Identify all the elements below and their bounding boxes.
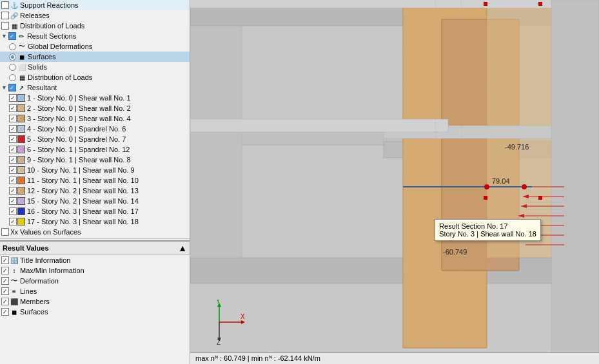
expand-result-sections[interactable]: ▼ — [1, 33, 7, 39]
checkbox-surfaces-rv[interactable] — [1, 308, 9, 316]
checkbox-rs13[interactable] — [9, 218, 17, 225]
checkbox-maxmin-info[interactable] — [1, 267, 9, 274]
swatch-rs13 — [17, 218, 25, 225]
radio-dist-loads-sub[interactable] — [9, 74, 16, 81]
label-rs2: 2 - Story No. 0 | Shear wall No. 2 — [27, 104, 131, 112]
tree-item-members[interactable]: ⬛ Members — [0, 296, 190, 307]
surf2-icon: ◼ — [10, 307, 19, 316]
tree-item-surfaces-rv[interactable]: ◼ Surfaces — [0, 307, 190, 317]
checkbox-rs12[interactable] — [9, 207, 17, 215]
radio-global-deformations[interactable] — [9, 43, 16, 50]
checkbox-rs9[interactable] — [9, 177, 17, 184]
tree-item-lines[interactable]: ≡ Lines — [0, 286, 190, 296]
tree-item-releases[interactable]: 🔗 Releases — [0, 10, 190, 21]
tree-item-rs4[interactable]: 4 - Story No. 0 | Spandrel No. 6 — [0, 124, 190, 134]
label-rs11: 15 - Story No. 2 | Shear wall No. 14 — [27, 197, 139, 205]
checkbox-rs2[interactable] — [9, 104, 17, 112]
checkbox-rs4[interactable] — [9, 125, 17, 133]
tree-item-rs6[interactable]: 6 - Story No. 1 | Spandrel No. 12 — [0, 144, 190, 155]
main-3d-view[interactable]: -49.716 79.04 -60.749 Result Section No.… — [190, 0, 599, 364]
maxmin-icon: ↕ — [10, 266, 19, 275]
label-dist-loads: Distribution of Loads — [20, 22, 84, 30]
checkbox-rs8[interactable] — [9, 166, 17, 174]
label-dist-loads-sub: Distribution of Loads — [28, 73, 92, 81]
checkbox-support-reactions[interactable] — [1, 1, 9, 9]
status-bar: max nᴺ : 60.749 | min nᴺ : -62.144 kN/m — [190, 352, 599, 364]
radio-solids[interactable] — [9, 64, 16, 71]
label-rs1: 1 - Story No. 0 | Shear wall No. 1 — [27, 94, 131, 102]
tree-item-dist-loads-sub[interactable]: ▦ Distribution of Loads — [0, 72, 190, 82]
svg-rect-42 — [538, 196, 542, 200]
checkbox-releases[interactable] — [1, 12, 9, 19]
checkbox-rs1[interactable] — [9, 94, 17, 102]
tree-item-rs13[interactable]: 17 - Story No. 3 | Shear wall No. 18 — [0, 216, 190, 227]
tree-item-rs1[interactable]: 1 - Story No. 0 | Shear wall No. 1 — [0, 93, 190, 103]
tree-item-rs10[interactable]: 12 - Story No. 2 | Shear wall No. 13 — [0, 186, 190, 196]
tree-item-dist-loads[interactable]: ▦ Distribution of Loads — [0, 21, 190, 31]
scene-svg: -49.716 79.04 -60.749 — [190, 0, 599, 364]
divider-1 — [0, 238, 190, 239]
checkbox-values-surfaces[interactable] — [1, 228, 9, 236]
svg-text:-49.716: -49.716 — [505, 143, 529, 151]
tree-item-deformation[interactable]: 〜 Deformation — [0, 276, 190, 286]
tree-item-global-deformations[interactable]: 〜 Global Deformations — [0, 41, 190, 52]
label-values-surfaces: Values on Surfaces — [20, 228, 81, 236]
result-panel: Result Values ▲ 🔠 Title Information ↕ Ma… — [0, 240, 190, 317]
left-panel: ⚓ Support Reactions 🔗 Releases ▦ Distrib… — [0, 0, 190, 364]
checkbox-title-info[interactable] — [1, 256, 9, 264]
tree-item-rs8[interactable]: 10 - Story No. 1 | Shear wall No. 9 — [0, 165, 190, 175]
checkbox-dist-loads[interactable] — [1, 22, 9, 30]
label-rs6: 6 - Story No. 1 | Spandrel No. 12 — [27, 146, 130, 153]
checkbox-members[interactable] — [1, 298, 9, 305]
swatch-rs12 — [17, 207, 25, 215]
radio-surfaces[interactable] — [9, 53, 16, 61]
surface-icon: ◼ — [17, 52, 26, 61]
tree-item-surfaces[interactable]: ◼ Surfaces — [0, 52, 190, 62]
swatch-rs10 — [17, 187, 25, 195]
expand-resultant[interactable]: ▼ — [1, 84, 7, 91]
tree-item-rs7[interactable]: 9 - Story No. 1 | Shear wall No. 8 — [0, 155, 190, 165]
checkbox-result-sections[interactable] — [8, 32, 16, 40]
label-rs8: 10 - Story No. 1 | Shear wall No. 9 — [27, 166, 135, 174]
tree-item-solids[interactable]: ⬜ Solids — [0, 62, 190, 72]
checkbox-lines[interactable] — [1, 287, 9, 295]
svg-text:79.04: 79.04 — [492, 177, 510, 185]
tree-item-values-surfaces[interactable]: Xx Values on Surfaces — [0, 227, 190, 237]
load2-icon: ▦ — [17, 73, 26, 82]
tree-item-title-info[interactable]: 🔠 Title Information — [0, 255, 190, 265]
tree-item-maxmin-info[interactable]: ↕ Max/Min Information — [0, 265, 190, 276]
swatch-rs6 — [17, 146, 25, 153]
tree-item-rs2[interactable]: 2 - Story No. 0 | Shear wall No. 2 — [0, 103, 190, 113]
label-resultant: Resultant — [27, 84, 57, 91]
tree-item-rs12[interactable]: 16 - Story No. 3 | Shear wall No. 17 — [0, 206, 190, 216]
tooltip-line1: Result Section No. 17 — [439, 222, 536, 230]
label-global-deformations: Global Deformations — [28, 43, 92, 50]
svg-marker-0 — [190, 258, 599, 283]
tree-item-resultant[interactable]: ▼ ↗ Resultant — [0, 82, 190, 93]
checkbox-deformation[interactable] — [1, 277, 9, 285]
tree-item-support-reactions[interactable]: ⚓ Support Reactions — [0, 0, 190, 10]
tree-item-rs9[interactable]: 11 - Story No. 1 | Shear wall No. 10 — [0, 175, 190, 186]
label-rs10: 12 - Story No. 2 | Shear wall No. 13 — [27, 187, 139, 195]
swatch-rs1 — [17, 94, 25, 102]
checkbox-rs10[interactable] — [9, 187, 17, 195]
label-support-reactions: Support Reactions — [20, 1, 79, 9]
label-rs3: 3 - Story No. 0 | Shear wall No. 4 — [27, 115, 131, 122]
swatch-rs11 — [17, 197, 25, 205]
tree-item-result-sections[interactable]: ▼ ✏ Result Sections — [0, 31, 190, 41]
tree-item-rs3[interactable]: 3 - Story No. 0 | Shear wall No. 4 — [0, 113, 190, 124]
checkbox-rs5[interactable] — [9, 135, 17, 143]
checkbox-rs6[interactable] — [9, 146, 17, 153]
svg-rect-39 — [484, 2, 487, 6]
checkbox-resultant[interactable] — [8, 84, 16, 91]
tree-item-rs11[interactable]: 15 - Story No. 2 | Shear wall No. 14 — [0, 196, 190, 206]
checkbox-rs3[interactable] — [9, 115, 17, 122]
expand-result-values[interactable]: ▲ — [178, 243, 187, 253]
tree-item-rs5[interactable]: 5 - Story No. 0 | Spandrel No. 7 — [0, 134, 190, 144]
resultant-icon: ↗ — [17, 83, 26, 92]
label-surfaces-rv: Surfaces — [20, 308, 48, 316]
checkbox-rs11[interactable] — [9, 197, 17, 205]
tooltip: Result Section No. 17 Story No. 3 | Shea… — [435, 219, 541, 241]
checkbox-rs7[interactable] — [9, 156, 17, 164]
values-icon: Xx — [10, 227, 19, 236]
